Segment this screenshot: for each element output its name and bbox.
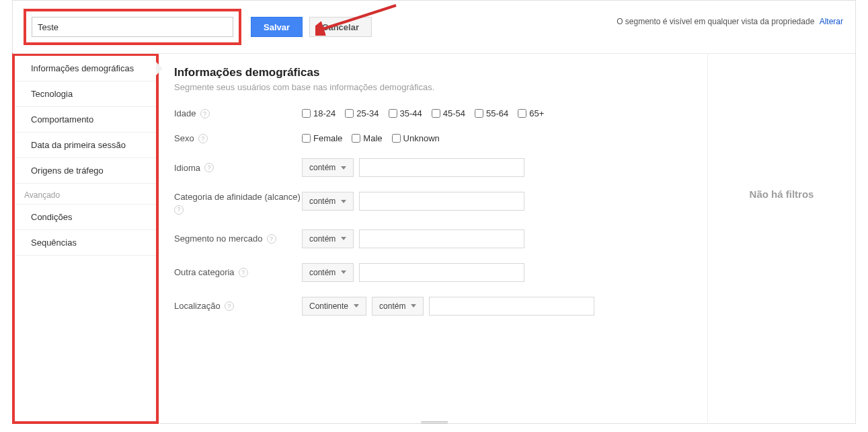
help-icon[interactable]: ?: [267, 234, 276, 244]
help-icon[interactable]: ?: [198, 134, 208, 143]
save-button[interactable]: Salvar: [251, 17, 303, 37]
age-options: 18-24 25-34 35-44 45-54 55-64 65+: [302, 108, 544, 118]
help-icon[interactable]: ?: [200, 109, 210, 118]
sex-female[interactable]: Female: [302, 133, 342, 143]
affinity-input[interactable]: [359, 192, 524, 211]
main-panel: Informações demográficas Segmente seus u…: [159, 54, 707, 424]
help-icon[interactable]: ?: [174, 205, 184, 215]
sex-unknown[interactable]: Unknown: [392, 133, 440, 143]
sidebar-item-sequences[interactable]: Sequências: [15, 230, 156, 256]
chevron-down-icon: [341, 237, 346, 240]
sidebar: Informações demográficas Tecnologia Comp…: [15, 56, 156, 256]
location-dimension-select[interactable]: Continente: [302, 297, 366, 316]
sidebar-item-technology[interactable]: Tecnologia: [15, 81, 156, 107]
sidebar-item-first-session-date[interactable]: Data da primeira sessão: [15, 133, 156, 158]
chevron-down-icon: [411, 304, 416, 308]
sidebar-group-advanced: Avançado: [15, 184, 156, 205]
cancel-button[interactable]: Cancelar: [309, 17, 372, 37]
label-sex: Sexo?: [174, 133, 302, 143]
panel-subtitle: Segmente seus usuários com base nas info…: [174, 82, 693, 92]
sidebar-item-traffic-sources[interactable]: Origens de tráfego: [15, 158, 156, 184]
sidebar-item-behavior[interactable]: Comportamento: [15, 107, 156, 133]
language-input[interactable]: [359, 158, 524, 177]
age-55-64[interactable]: 55-64: [475, 108, 508, 118]
label-language: Idioma?: [174, 163, 302, 173]
location-input[interactable]: [429, 297, 594, 316]
no-filters-text: Não há filtros: [750, 188, 814, 200]
label-affinity: Categoria de afinidade (alcance) ?: [174, 192, 302, 215]
age-35-44[interactable]: 35-44: [389, 108, 422, 118]
sidebar-item-conditions[interactable]: Condições: [15, 205, 156, 230]
sidebar-item-demographics[interactable]: Informações demográficas: [15, 56, 156, 81]
help-icon[interactable]: ?: [204, 163, 214, 172]
location-operator-select[interactable]: contém: [372, 297, 424, 316]
help-icon[interactable]: ?: [239, 268, 248, 277]
label-age: Idade?: [174, 108, 302, 118]
affinity-operator-select[interactable]: contém: [302, 192, 354, 211]
age-45-54[interactable]: 45-54: [432, 108, 465, 118]
language-operator-select[interactable]: contém: [302, 158, 354, 177]
other-category-input[interactable]: [359, 263, 524, 282]
sex-male[interactable]: Male: [352, 133, 382, 143]
segment-name-input[interactable]: [32, 17, 233, 37]
sex-options: Female Male Unknown: [302, 133, 440, 143]
in-market-operator-select[interactable]: contém: [302, 229, 354, 248]
age-18-24[interactable]: 18-24: [302, 108, 336, 118]
age-65-plus[interactable]: 65+: [518, 108, 544, 118]
chevron-down-icon: [354, 304, 359, 308]
label-location: Localização?: [174, 301, 302, 311]
label-other-category: Outra categoria?: [174, 267, 302, 277]
panel-title: Informações demográficas: [174, 66, 693, 79]
visibility-text: O segmento é visível em qualquer vista d…: [617, 17, 843, 26]
chevron-down-icon: [341, 200, 346, 203]
resize-handle[interactable]: [421, 419, 448, 423]
chevron-down-icon: [341, 166, 346, 170]
chevron-down-icon: [341, 271, 346, 274]
in-market-input[interactable]: [359, 229, 524, 248]
age-25-34[interactable]: 25-34: [345, 108, 379, 118]
other-category-operator-select[interactable]: contém: [302, 263, 354, 282]
label-in-market: Segmento no mercado?: [174, 233, 302, 244]
help-icon[interactable]: ?: [225, 301, 234, 311]
change-visibility-link[interactable]: Alterar: [820, 17, 843, 26]
summary-panel: Não há filtros: [707, 54, 855, 424]
